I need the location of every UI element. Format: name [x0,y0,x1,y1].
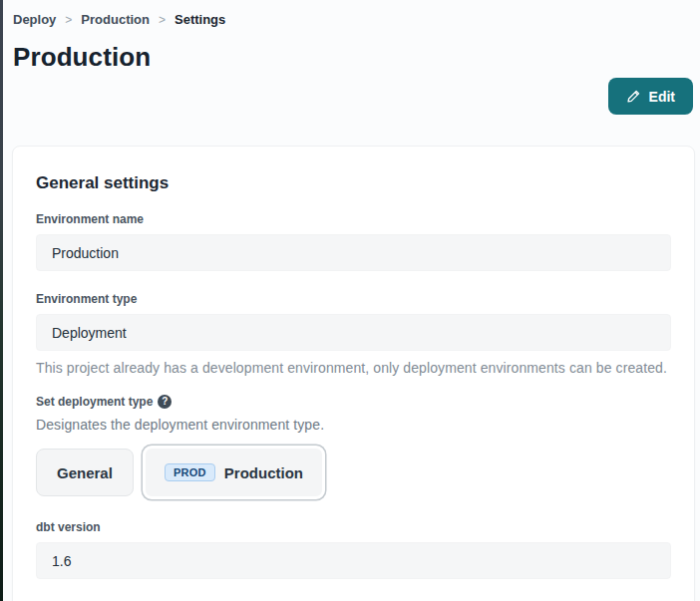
deployment-type-label-text: Set deployment type [36,395,153,409]
environment-type-input[interactable] [36,314,671,351]
breadcrumb-production[interactable]: Production [81,12,150,27]
card-heading: General settings [36,173,670,193]
general-settings-card: General settings Environment name Enviro… [12,146,695,601]
general-option-label: General [57,464,113,481]
breadcrumb-deploy[interactable]: Deploy [13,12,56,27]
deployment-type-label: Set deployment type ? [36,395,670,409]
dbt-version-field-group: dbt version [36,520,670,579]
breadcrumb: Deploy > Production > Settings [12,10,693,27]
environment-name-input[interactable] [36,234,671,271]
deployment-type-field-group: Set deployment type ? Designates the dep… [36,395,670,499]
dbt-version-label: dbt version [36,520,670,534]
edit-button-label: Edit [649,89,675,105]
chevron-right-icon: > [159,13,166,27]
sidebar-sliver [0,0,3,601]
deployment-type-toggle-group: General PROD Production [36,446,670,499]
deployment-type-option-general[interactable]: General [36,449,134,496]
edit-button[interactable]: Edit [608,78,693,115]
environment-name-label: Environment name [36,212,670,226]
prod-badge: PROD [165,463,215,481]
deployment-type-option-production[interactable]: PROD Production [143,446,325,499]
pencil-icon [626,89,641,104]
chevron-right-icon: > [65,13,72,27]
breadcrumb-settings: Settings [175,12,225,27]
environment-type-field-group: Environment type This project already ha… [36,292,670,376]
page-title: Production [13,42,693,73]
environment-name-field-group: Environment name [36,212,670,271]
production-option-label: Production [224,464,303,481]
environment-type-helper-text: This project already has a development e… [36,360,670,376]
toolbar: Edit [12,78,693,115]
deployment-type-helper-text: Designates the deployment environment ty… [36,417,670,433]
dbt-version-input[interactable] [36,542,671,579]
environment-type-label: Environment type [36,292,670,306]
environment-settings-page: Deploy > Production > Settings Productio… [0,0,700,601]
help-icon[interactable]: ? [158,395,172,409]
